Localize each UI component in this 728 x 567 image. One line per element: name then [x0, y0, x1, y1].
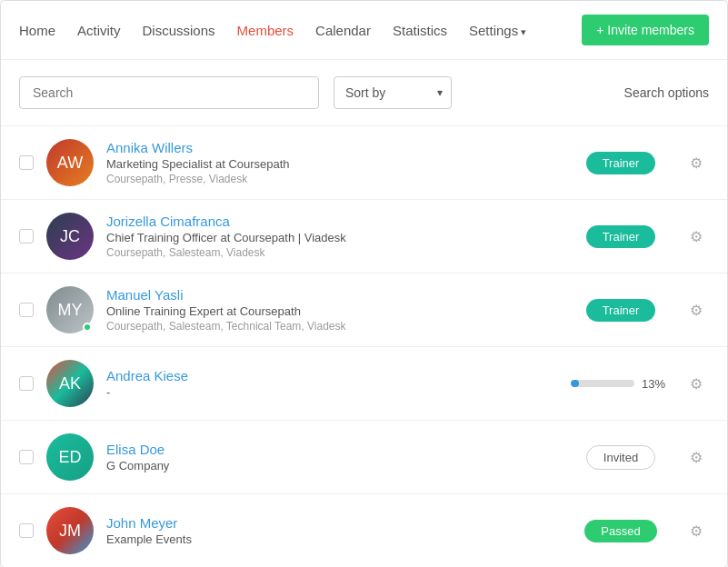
avatar: JM [46, 507, 94, 554]
search-bar: Sort by Name A-Z Name Z-A Most Recent ▾ … [1, 60, 727, 126]
search-input[interactable] [19, 76, 319, 109]
gear-icon[interactable]: ⚙ [683, 150, 709, 175]
trainer-badge: Trainer [586, 225, 656, 248]
member-info: John MeyerExample Events [106, 515, 558, 546]
member-row: AWAnnika WillersMarketing Specialist at … [1, 126, 727, 200]
member-checkbox[interactable] [19, 450, 34, 464]
nav-calendar[interactable]: Calendar [315, 23, 371, 38]
nav-statistics[interactable]: Statistics [393, 23, 447, 38]
member-checkbox[interactable] [19, 523, 34, 538]
member-info: Andrea Kiese- [106, 368, 558, 399]
member-row: JMJohn MeyerExample EventsPassed⚙ [1, 494, 727, 567]
progress-wrapper: 13% [571, 377, 671, 391]
member-row: AKAndrea Kiese-13%⚙ [1, 347, 727, 421]
nav-activity[interactable]: Activity [77, 23, 121, 38]
member-info: Manuel YasliOnline Training Expert at Co… [106, 287, 558, 333]
nav-links: Home Activity Discussions Members Calend… [19, 23, 526, 38]
avatar: AK [46, 360, 94, 407]
member-title: Example Events [106, 532, 558, 546]
member-name[interactable]: Andrea Kiese [106, 368, 188, 383]
avatar: ED [46, 433, 94, 481]
member-groups: Coursepath, Presse, Viadesk [106, 173, 558, 185]
invited-badge: Invited [586, 445, 655, 470]
avatar: JC [46, 213, 94, 260]
gear-icon[interactable]: ⚙ [683, 371, 709, 396]
nav-discussions[interactable]: Discussions [143, 23, 215, 38]
progress-bar [571, 380, 634, 387]
member-info: Elisa DoeG Company [106, 442, 558, 472]
member-badge-area: 13% [571, 377, 671, 391]
avatar-image: AK [46, 360, 94, 407]
gear-icon[interactable]: ⚙ [683, 518, 709, 543]
gear-icon[interactable]: ⚙ [683, 224, 709, 249]
trainer-badge: Trainer [586, 299, 656, 322]
member-info: Annika WillersMarketing Specialist at Co… [106, 140, 558, 185]
search-options-link[interactable]: Search options [624, 85, 709, 100]
member-badge-area: Trainer [571, 152, 671, 174]
gear-icon[interactable]: ⚙ [683, 444, 709, 470]
nav-members[interactable]: Members [237, 23, 294, 38]
avatar-image: AW [46, 139, 94, 186]
gear-icon[interactable]: ⚙ [683, 297, 709, 323]
member-name[interactable]: Manuel Yasli [106, 287, 184, 303]
avatar-image: ED [46, 433, 94, 481]
nav-home[interactable]: Home [19, 23, 55, 38]
avatar-image: JM [46, 507, 94, 554]
member-list: AWAnnika WillersMarketing Specialist at … [1, 126, 727, 567]
progress-fill [571, 380, 579, 387]
member-groups: Coursepath, Salesteam, Technical Team, V… [106, 320, 558, 333]
member-info: Jorizella CimafrancaChief Training Offic… [106, 214, 558, 259]
member-badge-area: Invited [571, 445, 671, 470]
online-indicator [83, 323, 92, 332]
avatar: MY [46, 286, 94, 333]
sort-select[interactable]: Sort by Name A-Z Name Z-A Most Recent [334, 76, 452, 109]
member-title: G Company [106, 459, 558, 472]
member-checkbox[interactable] [19, 376, 34, 391]
member-name[interactable]: Annika Willers [106, 140, 193, 155]
member-title: Online Training Expert at Coursepath [106, 304, 558, 318]
member-checkbox[interactable] [19, 229, 34, 244]
avatar-image: JC [46, 213, 94, 260]
member-row: JCJorizella CimafrancaChief Training Off… [1, 200, 727, 274]
member-row: MYManuel YasliOnline Training Expert at … [1, 274, 727, 347]
nav-settings[interactable]: Settings [469, 23, 526, 38]
member-badge-area: Passed [571, 520, 671, 542]
member-title: - [106, 385, 558, 399]
member-checkbox[interactable] [19, 155, 34, 170]
member-title: Chief Training Officer at Coursepath | V… [106, 231, 558, 244]
member-row: EDElisa DoeG CompanyInvited⚙ [1, 421, 727, 494]
member-name[interactable]: Jorizella Cimafranca [106, 214, 230, 229]
member-name[interactable]: Elisa Doe [106, 442, 165, 457]
avatar: AW [46, 139, 94, 186]
trainer-badge: Trainer [586, 152, 656, 174]
member-name[interactable]: John Meyer [106, 515, 177, 531]
member-groups: Coursepath, Salesteam, Viadesk [106, 246, 558, 259]
invite-members-button[interactable]: + Invite members [582, 15, 709, 45]
plus-icon: + [596, 23, 603, 37]
progress-label: 13% [642, 377, 665, 391]
member-badge-area: Trainer [571, 225, 671, 248]
member-title: Marketing Specialist at Coursepath [106, 157, 558, 171]
member-checkbox[interactable] [19, 303, 34, 317]
passed-badge: Passed [584, 520, 656, 542]
navigation: Home Activity Discussions Members Calend… [1, 1, 727, 60]
member-badge-area: Trainer [571, 299, 671, 322]
sort-wrapper: Sort by Name A-Z Name Z-A Most Recent ▾ [334, 76, 452, 109]
